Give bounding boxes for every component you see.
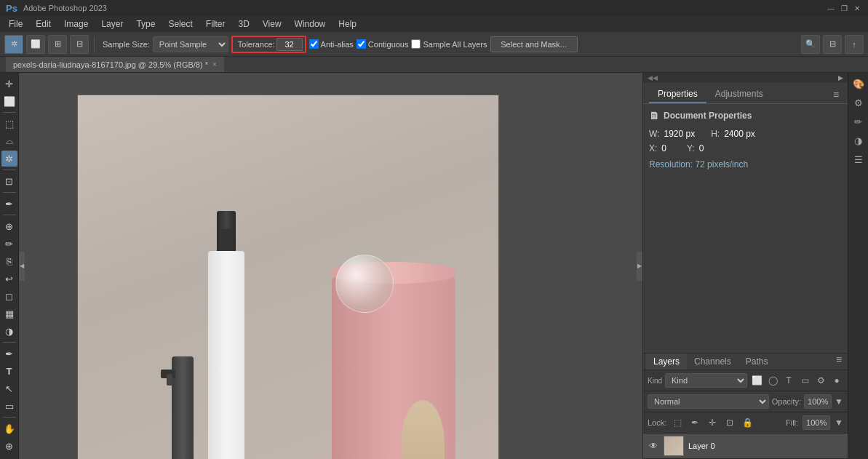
menu-item-window[interactable]: Window xyxy=(289,17,332,31)
brush-panel-btn[interactable]: ✏ xyxy=(851,113,867,129)
tool-option-3[interactable]: ⊟ xyxy=(70,35,89,54)
canvas-area[interactable]: ◀ xyxy=(19,73,642,459)
panel-layout-btn[interactable]: ⊟ xyxy=(823,35,842,54)
color-panel-btn[interactable]: 🎨 xyxy=(851,76,867,92)
dodge-tool[interactable]: ◑ xyxy=(1,323,17,339)
tool-option-1[interactable]: ⬜ xyxy=(26,35,45,54)
opacity-input[interactable] xyxy=(804,394,832,409)
fill-decrease[interactable]: ▼ xyxy=(835,418,843,428)
tab-paths[interactable]: Paths xyxy=(738,354,776,370)
lock-label: Lock: xyxy=(648,418,666,427)
marquee-tool[interactable]: ⬚ xyxy=(1,116,17,132)
lock-image-btn[interactable]: ✒ xyxy=(688,416,701,429)
menu-item-edit[interactable]: Edit xyxy=(30,17,57,31)
tolerance-input[interactable]: 32 xyxy=(276,38,303,51)
dimensions-row: W: 1920 px H: 2400 px xyxy=(649,129,842,139)
layers-lock-row: Lock: ⬚ ✒ ✛ ⊡ 🔒 Fill: ▼ xyxy=(643,412,848,434)
libraries-btn[interactable]: ☰ xyxy=(851,151,867,167)
pen-tool[interactable]: ✒ xyxy=(1,346,17,362)
layer-row-0[interactable]: 👁 Layer 0 xyxy=(643,434,848,459)
move-tool[interactable]: ✛ xyxy=(1,76,17,92)
adjustments-panel-btn[interactable]: ◑ xyxy=(851,132,867,148)
lock-position-btn[interactable]: ✛ xyxy=(706,416,719,429)
sample-all-checkbox[interactable] xyxy=(411,39,421,49)
tool-option-2[interactable]: ⊞ xyxy=(48,35,67,54)
restore-btn[interactable]: ❐ xyxy=(839,3,849,13)
menu-item-type[interactable]: Type xyxy=(130,17,161,31)
layer-filter-text[interactable]: T xyxy=(782,374,795,387)
opacity-decrease[interactable]: ▼ xyxy=(835,396,843,407)
canvas-left-collapse[interactable]: ◀ xyxy=(19,252,25,281)
select-mask-button[interactable] xyxy=(490,36,578,52)
tool-separator-2 xyxy=(3,169,16,170)
history-brush[interactable]: ↩ xyxy=(1,271,17,287)
search-icon-btn[interactable]: 🔍 xyxy=(801,35,820,54)
layer-visibility-toggle[interactable]: 👁 xyxy=(648,440,659,452)
tab-properties[interactable]: Properties xyxy=(649,86,706,103)
layer-filter-smart[interactable]: ⚙ xyxy=(814,374,827,387)
menu-item-filter[interactable]: Filter xyxy=(200,17,231,31)
photo-background xyxy=(77,95,499,459)
document-tab[interactable]: pexels-daria-liudnaya-8167170.jpg @ 29.5… xyxy=(6,57,224,72)
tab-layers[interactable]: Layers xyxy=(646,354,687,370)
lasso-tool[interactable]: ⌓ xyxy=(1,133,17,149)
layer-filter-pixel[interactable]: ⬜ xyxy=(750,374,763,387)
minimize-btn[interactable]: — xyxy=(826,3,836,13)
layer-filter-adj[interactable]: ◯ xyxy=(766,374,779,387)
magic-wand-tool[interactable]: ✲ xyxy=(1,151,17,167)
document-tab-close[interactable]: × xyxy=(212,60,217,68)
gradient-tool[interactable]: ▦ xyxy=(1,306,17,322)
menu-item-layer[interactable]: Layer xyxy=(95,17,129,31)
fill-input[interactable] xyxy=(803,415,830,430)
kind-filter-select[interactable]: Kind xyxy=(665,373,747,388)
menu-item-image[interactable]: Image xyxy=(58,17,94,31)
properties-panel-menu[interactable]: ≡ xyxy=(830,89,842,100)
panel-collapse-arrow[interactable]: ▶ xyxy=(838,74,843,81)
menu-item-view[interactable]: View xyxy=(257,17,287,31)
shape-tool[interactable]: ▭ xyxy=(1,398,17,414)
menu-item-help[interactable]: Help xyxy=(333,17,362,31)
menu-item-select[interactable]: Select xyxy=(162,17,198,31)
hand-tool[interactable]: ✋ xyxy=(1,420,17,436)
layer-filter-dot[interactable]: ● xyxy=(830,374,843,387)
app-title: Adobe Photoshop 2023 xyxy=(23,4,107,12)
anti-alias-checkbox[interactable] xyxy=(309,39,319,49)
tool-options-icon[interactable]: ✲ xyxy=(4,35,23,54)
resolution-row[interactable]: Resolution: 72 pixels/inch xyxy=(649,159,842,169)
glass-ball xyxy=(335,255,394,313)
close-btn[interactable]: ✕ xyxy=(852,3,862,13)
crop-tool[interactable]: ⊡ xyxy=(1,173,17,189)
clone-tool[interactable]: ⎘ xyxy=(1,253,17,269)
canvas-right-collapse[interactable]: ▶ xyxy=(637,252,642,281)
lock-all-btn[interactable]: 🔒 xyxy=(741,416,754,429)
x-value: 0 xyxy=(661,143,666,153)
menu-item-file[interactable]: File xyxy=(3,17,28,31)
healing-tool[interactable]: ⊕ xyxy=(1,218,17,234)
contiguous-checkbox[interactable] xyxy=(357,39,366,49)
path-selection-tool[interactable]: ↖ xyxy=(1,380,17,396)
zoom-tool[interactable]: ⊕ xyxy=(1,438,17,454)
brush-tool[interactable]: ✏ xyxy=(1,236,17,252)
tab-adjustments[interactable]: Adjustments xyxy=(706,86,772,103)
blend-mode-select[interactable]: Normal Dissolve Multiply Screen xyxy=(648,394,769,409)
layers-panel: Layers Channels Paths ≡ Kind Kind ⬜ ◯ T … xyxy=(643,353,848,459)
sample-size-select[interactable]: Point Sample 3 by 3 Average 5 by 5 Avera… xyxy=(153,36,228,52)
tool-separator-1 xyxy=(3,112,16,113)
lock-transparent-btn[interactable]: ⬚ xyxy=(671,416,684,429)
layers-panel-menu[interactable]: ≡ xyxy=(833,354,845,365)
titlebar: Ps Adobe Photoshop 2023 — ❐ ✕ xyxy=(0,0,868,16)
toolbar-separator-1 xyxy=(94,37,95,52)
properties-panel-content: 🗎 Document Properties W: 1920 px H: 2400… xyxy=(643,104,848,353)
eraser-tool[interactable]: ◻ xyxy=(1,288,17,304)
tab-channels[interactable]: Channels xyxy=(687,354,738,370)
eyedropper-tool[interactable]: ✒ xyxy=(1,196,17,212)
lock-artboard-btn[interactable]: ⊡ xyxy=(723,416,736,429)
text-tool[interactable]: T xyxy=(1,363,17,379)
artboard-tool[interactable]: ⬜ xyxy=(1,93,17,109)
menu-item-3d[interactable]: 3D xyxy=(232,17,255,31)
layer-filter-shape[interactable]: ▭ xyxy=(798,374,811,387)
extract-btn[interactable]: ↑ xyxy=(845,35,864,54)
properties-panel-btn[interactable]: ⚙ xyxy=(851,95,867,111)
doc-properties-title: 🗎 Document Properties xyxy=(649,110,842,121)
kind-filter-label: Kind xyxy=(648,377,662,385)
